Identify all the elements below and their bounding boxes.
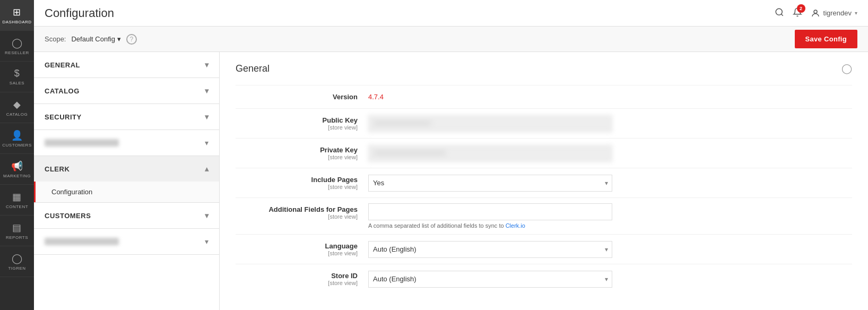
form-row-language: Language [store view] Auto (English) Eng… — [236, 235, 852, 264]
user-menu[interactable]: tigrendev ▾ — [811, 8, 857, 18]
accordion-blurred-1-chevron-icon: ▾ — [205, 139, 209, 147]
version-label: Version — [333, 93, 358, 101]
reports-icon: ▤ — [12, 222, 22, 234]
form-row-version: Version 4.7.4 — [236, 85, 852, 109]
accordion-clerk-header[interactable]: CLERK ▴ — [34, 156, 219, 182]
accordion-catalog-header[interactable]: CATALOG ▾ — [34, 78, 219, 104]
left-panel: GENERAL ▾ CATALOG ▾ SECURITY ▾ — [34, 52, 220, 310]
version-value: 4.7.4 — [368, 93, 384, 101]
section-title-row: General ◯ — [236, 63, 852, 74]
search-button[interactable] — [775, 7, 784, 19]
clerk-configuration-label: Configuration — [51, 188, 92, 196]
blurred-label-2 — [45, 238, 119, 245]
content-area: GENERAL ▾ CATALOG ▾ SECURITY ▾ — [34, 52, 868, 310]
scope-help-button[interactable]: ? — [126, 34, 137, 45]
sidebar-item-reports[interactable]: ▤ REPORTS — [0, 216, 34, 246]
sidebar-item-sales[interactable]: $ SALES — [0, 62, 34, 92]
sidebar-item-catalog[interactable]: ◆ CATALOG — [0, 92, 34, 123]
sidebar-item-reseller[interactable]: ◯ RESELLER — [0, 31, 34, 62]
language-label: Language — [325, 242, 358, 250]
page-title: Configuration — [45, 6, 114, 20]
sidebar-item-tigren[interactable]: ◯ TIGREN — [0, 246, 34, 277]
tigren-icon: ◯ — [12, 253, 23, 264]
additional-fields-input[interactable] — [368, 203, 612, 220]
accordion-general-header[interactable]: GENERAL ▾ — [34, 52, 219, 78]
top-header: Configuration 2 tigrendev ▾ — [34, 0, 868, 27]
accordion-blurred-2-header[interactable]: ▾ — [34, 229, 219, 254]
language-sublabel: [store view] — [236, 250, 358, 256]
sidebar-item-customers[interactable]: 👤 CUSTOMERS — [0, 123, 34, 154]
accordion-general: GENERAL ▾ — [34, 52, 219, 78]
form-table: Version 4.7.4 Public Key [store view] — [236, 85, 852, 294]
scope-left: Scope: Default Config ▾ ? — [45, 34, 137, 45]
sidebar-label-reseller: RESELLER — [5, 50, 29, 55]
user-name: tigrendev — [823, 9, 852, 17]
include-pages-label: Include Pages — [311, 176, 358, 184]
accordion-clerk-chevron-icon: ▴ — [205, 165, 209, 173]
store-id-sublabel: [store view] — [236, 280, 358, 286]
customers-icon: 👤 — [11, 130, 23, 141]
accordion-blurred-1: ▾ — [34, 130, 219, 156]
accordion-security-label: SECURITY — [45, 113, 82, 121]
sidebar-label-dashboard: DASHBOARD — [2, 20, 31, 24]
sidebar-label-reports: REPORTS — [6, 235, 28, 240]
content-icon: ▦ — [12, 191, 22, 203]
svg-line-1 — [781, 14, 783, 15]
accordion-security-header[interactable]: SECURITY ▾ — [34, 104, 219, 130]
store-id-select[interactable]: Auto (English) English Danish — [368, 271, 612, 288]
notification-button[interactable]: 2 — [793, 7, 802, 19]
sidebar-item-dashboard[interactable]: ⊞ DASHBOARD — [0, 0, 34, 31]
dashboard-icon: ⊞ — [13, 6, 21, 18]
private-key-input[interactable] — [368, 145, 612, 162]
svg-point-0 — [776, 8, 782, 15]
blurred-label-1 — [45, 139, 119, 147]
right-panel: General ◯ Version 4.7.4 Public Key — [220, 52, 868, 310]
scope-label: Scope: — [45, 35, 66, 43]
accordion-security: SECURITY ▾ — [34, 104, 219, 130]
accordion-blurred-1-header[interactable]: ▾ — [34, 130, 219, 156]
scope-dropdown[interactable]: Default Config ▾ — [71, 35, 120, 43]
accordion-customers-header[interactable]: CUSTOMERS ▾ — [34, 203, 219, 228]
accordion-catalog-label: CATALOG — [45, 87, 80, 95]
catalog-icon: ◆ — [13, 99, 21, 110]
additional-fields-sublabel: [store view] — [236, 213, 358, 220]
store-id-label: Store ID — [331, 272, 358, 280]
include-pages-select[interactable]: Yes No — [368, 175, 612, 192]
svg-point-2 — [814, 10, 817, 13]
save-config-button[interactable]: Save Config — [795, 30, 857, 48]
sales-icon: $ — [14, 68, 20, 79]
language-select[interactable]: Auto (English) English Danish Swedish — [368, 241, 612, 258]
accordion-customers-label: CUSTOMERS — [45, 212, 91, 220]
private-key-label: Private Key — [320, 146, 358, 154]
user-menu-chevron-icon: ▾ — [855, 10, 857, 16]
include-pages-select-wrapper: Yes No ▾ — [368, 175, 612, 192]
accordion-clerk-configuration[interactable]: Configuration — [34, 182, 219, 202]
form-row-private-key: Private Key [store view] — [236, 139, 852, 168]
scope-bar: Scope: Default Config ▾ ? Save Config — [34, 27, 868, 52]
accordion-security-chevron-icon: ▾ — [205, 113, 209, 121]
private-key-sublabel: [store view] — [236, 154, 358, 160]
public-key-input[interactable] — [368, 115, 612, 132]
public-key-sublabel: [store view] — [236, 124, 358, 131]
sidebar-label-catalog: CATALOG — [6, 112, 28, 117]
section-collapse-icon[interactable]: ◯ — [841, 63, 852, 74]
accordion-blurred-2-chevron-icon: ▾ — [205, 237, 209, 246]
main-area: Configuration 2 tigrendev ▾ Scope: Defau… — [34, 0, 868, 310]
reseller-icon: ◯ — [12, 37, 23, 49]
additional-fields-help: A comma separated list of additional fie… — [368, 222, 852, 229]
accordion-clerk-label: CLERK — [45, 165, 70, 173]
accordion-clerk: CLERK ▴ Configuration — [34, 156, 219, 203]
public-key-label: Public Key — [323, 116, 358, 124]
form-row-public-key: Public Key [store view] — [236, 109, 852, 139]
accordion-general-chevron-icon: ▾ — [205, 61, 209, 69]
sidebar-item-marketing[interactable]: 📢 MARKETING — [0, 154, 34, 185]
section-title-text: General — [236, 63, 270, 74]
accordion-catalog: CATALOG ▾ — [34, 78, 219, 104]
accordion-general-label: GENERAL — [45, 61, 80, 69]
sidebar: ⊞ DASHBOARD ◯ RESELLER $ SALES ◆ CATALOG… — [0, 0, 34, 310]
form-row-store-id: Store ID [store view] Auto (English) Eng… — [236, 264, 852, 294]
accordion-catalog-chevron-icon: ▾ — [205, 87, 209, 95]
sidebar-item-content[interactable]: ▦ CONTENT — [0, 185, 34, 216]
language-select-wrapper: Auto (English) English Danish Swedish ▾ — [368, 241, 612, 258]
clerk-link[interactable]: Clerk.io — [506, 222, 525, 229]
